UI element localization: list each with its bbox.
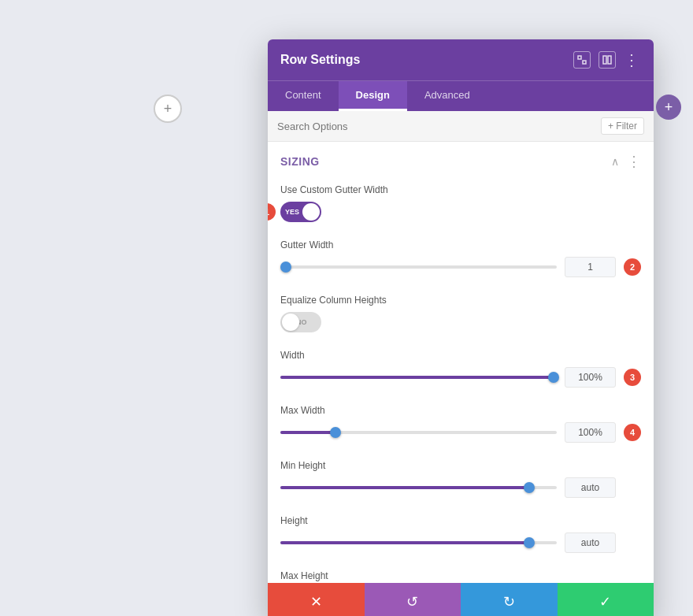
height-track[interactable] (280, 541, 557, 544)
section-header-sizing: Sizing ∧ ⋮ (268, 142, 654, 178)
badge-1: 1 (268, 203, 276, 221)
panel-body: Sizing ∧ ⋮ Use Custom Gutter Width 1 YES… (268, 142, 654, 583)
max-width-track[interactable] (280, 431, 557, 434)
section-more-icon[interactable]: ⋮ (627, 153, 641, 170)
max-width-thumb[interactable] (330, 427, 341, 438)
svg-rect-2 (603, 56, 606, 64)
filter-button[interactable]: + Filter (601, 117, 644, 135)
save-icon: ✓ (599, 593, 611, 610)
width-row: Width 100% 3 (268, 343, 654, 399)
save-button[interactable]: ✓ (558, 583, 654, 616)
fullscreen-icon[interactable] (573, 51, 591, 69)
equalize-column-heights-label: Equalize Column Heights (280, 295, 641, 306)
equalize-column-heights-toggle[interactable]: NO (280, 312, 321, 332)
height-row: Height auto (268, 509, 654, 564)
equalize-toggle-container: NO (280, 312, 641, 332)
svg-rect-3 (608, 56, 611, 64)
layout-icon[interactable] (598, 51, 616, 69)
equalize-column-heights-row: Equalize Column Heights NO (268, 288, 654, 343)
panel-footer: ✕ ↺ ↻ ✓ (268, 583, 654, 616)
max-width-slider-row: 100% 4 (280, 422, 641, 443)
more-options-icon[interactable]: ⋮ (624, 50, 641, 69)
gutter-width-track[interactable] (280, 265, 557, 269)
badge-4: 4 (624, 424, 641, 441)
min-height-track[interactable] (280, 486, 557, 489)
section-title-sizing: Sizing (280, 155, 320, 168)
max-width-row: Max Width 100% 4 (268, 399, 654, 454)
search-input[interactable] (277, 121, 601, 132)
width-track[interactable] (280, 376, 557, 379)
width-label: Width (280, 350, 641, 361)
plus-icon-right: + (665, 99, 673, 116)
gutter-width-slider-row: 1 2 (280, 257, 641, 277)
toggle-knob-off (282, 314, 299, 331)
min-height-label: Min Height (280, 460, 641, 471)
height-fill (280, 541, 529, 544)
panel-header: Row Settings ⋮ (268, 39, 654, 80)
panel-title: Row Settings (280, 53, 360, 67)
plus-icon: + (164, 101, 172, 117)
add-right-button[interactable]: + (656, 95, 681, 120)
max-width-fill (280, 431, 335, 434)
width-value[interactable]: 100% (565, 367, 616, 388)
min-height-row: Min Height auto (268, 454, 654, 509)
toggle-yes-label: YES (285, 208, 299, 216)
custom-gutter-width-label: Use Custom Gutter Width (280, 184, 641, 195)
max-width-label: Max Width (280, 405, 641, 416)
collapse-icon[interactable]: ∧ (611, 155, 619, 168)
custom-gutter-width-row: Use Custom Gutter Width 1 YES (268, 178, 654, 233)
max-height-label: Max Height (280, 570, 641, 581)
tab-content[interactable]: Content (268, 81, 339, 111)
max-height-row: Max Height none (268, 564, 654, 583)
height-label: Height (280, 515, 641, 526)
custom-gutter-width-toggle-container: 1 YES (280, 202, 641, 222)
height-value[interactable]: auto (565, 533, 616, 553)
svg-rect-0 (578, 56, 581, 59)
min-height-slider-row: auto (280, 477, 641, 498)
badge-3: 3 (624, 369, 641, 386)
row-settings-panel: Row Settings ⋮ Content Design (268, 39, 654, 616)
min-height-fill (280, 486, 529, 489)
width-thumb[interactable] (548, 372, 559, 383)
toggle-knob (302, 203, 320, 221)
tab-design[interactable]: Design (339, 81, 407, 111)
cancel-icon: ✕ (310, 593, 322, 610)
width-slider-row: 100% 3 (280, 367, 641, 388)
min-height-thumb[interactable] (524, 482, 535, 493)
gutter-width-thumb[interactable] (280, 262, 291, 273)
header-icons: ⋮ (573, 50, 641, 69)
panel-tabs: Content Design Advanced (268, 80, 654, 111)
search-bar: + Filter (268, 111, 654, 142)
gutter-width-row: Gutter Width 1 2 (268, 233, 654, 288)
redo-icon: ↻ (503, 593, 515, 610)
tab-advanced[interactable]: Advanced (407, 81, 487, 111)
cancel-button[interactable]: ✕ (268, 583, 365, 616)
height-thumb[interactable] (524, 537, 535, 548)
height-slider-row: auto (280, 533, 641, 553)
redo-button[interactable]: ↻ (461, 583, 558, 616)
section-controls: ∧ ⋮ (611, 153, 641, 170)
gutter-width-value[interactable]: 1 (565, 257, 616, 277)
custom-gutter-width-toggle[interactable]: YES (280, 202, 321, 222)
undo-icon: ↺ (406, 593, 418, 610)
min-height-value[interactable]: auto (565, 477, 616, 498)
add-left-button[interactable]: + (154, 95, 182, 123)
width-fill (280, 376, 557, 379)
max-width-value[interactable]: 100% (565, 422, 616, 443)
gutter-width-label: Gutter Width (280, 239, 641, 250)
undo-button[interactable]: ↺ (365, 583, 461, 616)
svg-rect-1 (583, 61, 586, 64)
badge-2: 2 (624, 258, 641, 276)
